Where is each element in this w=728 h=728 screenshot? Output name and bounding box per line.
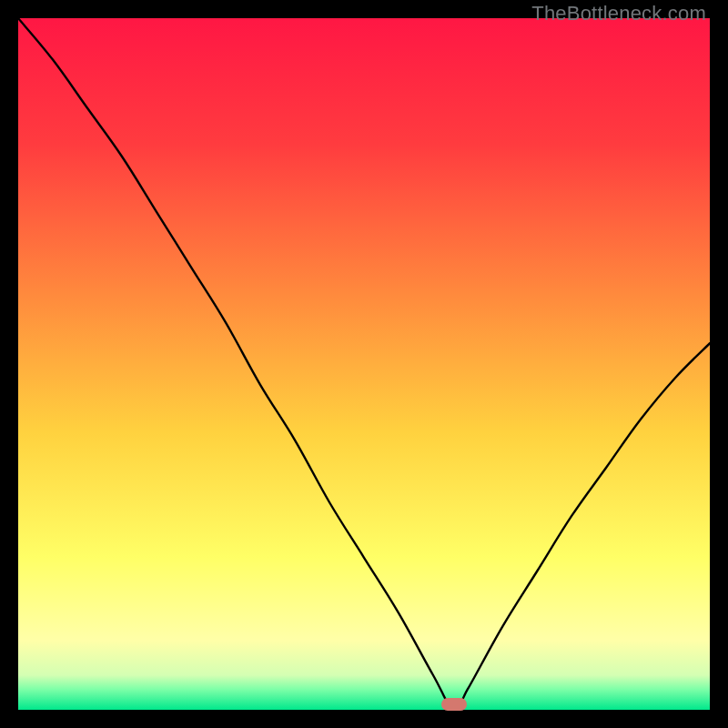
watermark-text: TheBottleneck.com bbox=[531, 2, 706, 25]
chart-frame bbox=[18, 18, 710, 710]
optimum-marker bbox=[441, 698, 467, 711]
bottleneck-chart bbox=[18, 18, 710, 710]
chart-background bbox=[18, 18, 710, 710]
